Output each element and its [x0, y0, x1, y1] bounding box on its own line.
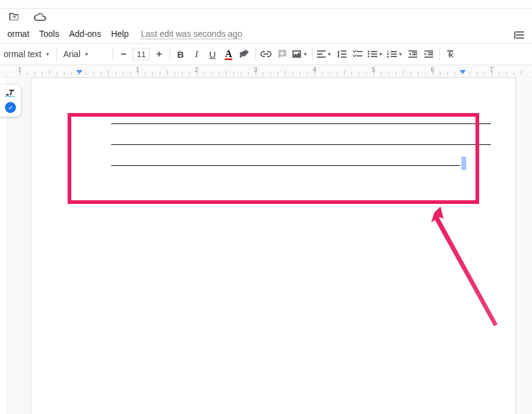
- increase-font-size-button[interactable]: [151, 46, 167, 62]
- ruler-tick: [79, 71, 79, 75]
- highlight-color-button[interactable]: [237, 46, 252, 62]
- font-size-input[interactable]: [133, 48, 150, 60]
- menu-addons[interactable]: Add-ons: [64, 26, 106, 41]
- insert-link-button[interactable]: [258, 46, 274, 62]
- menu-format[interactable]: ormat: [2, 26, 34, 41]
- ruler-tick: [152, 72, 153, 75]
- ruler-tick: [462, 71, 463, 75]
- ruler-tick: [455, 72, 455, 75]
- ruler-tick: [469, 72, 470, 75]
- ruler-tick: [189, 72, 190, 75]
- ruler-tick: [256, 71, 256, 75]
- ruler-tick: [86, 72, 87, 75]
- font-family-select[interactable]: Arial ▼: [60, 49, 110, 59]
- ruler-tick: [514, 72, 514, 75]
- text-color-icon: A: [225, 49, 232, 60]
- ruler-tick: [484, 72, 485, 75]
- increase-indent-button[interactable]: [421, 46, 437, 62]
- horizontal-ruler[interactable]: 1 1 2 3 4 5 6 7: [0, 65, 532, 77]
- decrease-font-size-button[interactable]: [115, 46, 131, 62]
- right-indent-marker[interactable]: [460, 70, 466, 74]
- ruler-tick: [278, 72, 278, 75]
- add-comment-button[interactable]: [274, 46, 290, 62]
- svg-point-0: [367, 51, 369, 53]
- ruler-tick: [381, 72, 381, 75]
- ruler-tick: [344, 71, 345, 75]
- hide-menus-icon[interactable]: [511, 27, 527, 43]
- numbered-list-button[interactable]: ▼: [385, 46, 405, 62]
- ruler-tick: [57, 72, 57, 75]
- ruler-tick: [71, 72, 72, 75]
- ruler-tick: [270, 72, 271, 75]
- chevron-down-icon: ▼: [327, 52, 332, 57]
- ruler-tick: [42, 72, 42, 75]
- ruler-tick: [410, 72, 411, 75]
- chevron-down-icon: ▼: [398, 52, 403, 57]
- title-icon-row: [0, 9, 532, 25]
- insert-image-button[interactable]: ▼: [290, 46, 310, 62]
- ruler-tick: [167, 71, 168, 75]
- ruler-tick: [174, 72, 175, 75]
- ruler-tick: [130, 72, 131, 75]
- bulleted-list-button[interactable]: ▼: [366, 46, 385, 62]
- ruler-tick: [115, 72, 116, 75]
- cloud-status-icon[interactable]: [32, 9, 48, 25]
- toolbar-separator: [439, 48, 440, 60]
- ruler-tick: [20, 71, 20, 75]
- menubar: ormat Tools Add-ons Help Last edit was s…: [0, 25, 532, 43]
- align-button[interactable]: ▼: [315, 46, 334, 62]
- ruler-tick: [418, 72, 418, 75]
- ruler-tick: [329, 72, 330, 75]
- menu-tools[interactable]: Tools: [34, 26, 65, 41]
- document-page[interactable]: [31, 77, 516, 414]
- text-color-button[interactable]: A: [221, 46, 237, 62]
- document-canvas[interactable]: [7, 77, 532, 414]
- ruler-tick: [315, 71, 315, 75]
- ruler-tick: [506, 72, 507, 75]
- ruler-tick: [233, 72, 234, 75]
- languagetool-badge[interactable]: ✓: [0, 85, 21, 117]
- toolbar-separator: [170, 48, 170, 60]
- left-indent-marker[interactable]: [76, 70, 82, 74]
- ruler-tick: [307, 72, 308, 75]
- ruler-tick: [292, 72, 293, 75]
- ruler-tick: [204, 72, 205, 75]
- ruler-tick: [440, 72, 440, 75]
- ruler-tick: [477, 72, 477, 75]
- line-spacing-button[interactable]: [334, 46, 350, 62]
- last-edit-link[interactable]: Last edit was seconds ago: [141, 29, 242, 39]
- ruler-tick: [182, 72, 182, 75]
- toolbar-separator: [57, 48, 57, 60]
- ruler-tick: [211, 72, 212, 75]
- decrease-indent-button[interactable]: [405, 46, 421, 62]
- ruler-tick: [447, 72, 448, 75]
- ruler-tick: [49, 71, 50, 75]
- ruler-tick: [93, 72, 94, 75]
- chevron-down-icon: ▼: [303, 52, 308, 57]
- ruler-tick: [219, 72, 219, 75]
- ruler-tick: [241, 72, 241, 75]
- ruler-tick: [123, 72, 123, 75]
- toolbar-separator: [312, 48, 313, 60]
- clear-formatting-button[interactable]: [442, 46, 458, 62]
- ruler-tick: [145, 72, 146, 75]
- window-titlebar: [0, 0, 532, 9]
- toolbar: ormal text ▼ Arial ▼ B I U A ▼ ▼: [0, 43, 532, 65]
- ruler-tick: [160, 72, 160, 75]
- underline-button[interactable]: U: [205, 46, 221, 62]
- ruler-tick: [432, 71, 433, 75]
- ruler-tick: [499, 72, 499, 75]
- ruler-tick: [138, 71, 138, 75]
- underscore-line: [111, 123, 491, 124]
- ruler-tick: [521, 71, 522, 75]
- ruler-tick: [491, 71, 492, 75]
- toolbar-separator: [112, 48, 113, 60]
- underscore-line: [111, 165, 460, 166]
- ruler-tick: [27, 72, 28, 75]
- move-to-folder-icon[interactable]: [6, 9, 22, 25]
- checklist-button[interactable]: [350, 46, 366, 62]
- menu-help[interactable]: Help: [106, 26, 134, 41]
- italic-button[interactable]: I: [189, 46, 205, 62]
- bold-button[interactable]: B: [173, 46, 189, 62]
- paragraph-style-select[interactable]: ormal text ▼: [2, 49, 54, 59]
